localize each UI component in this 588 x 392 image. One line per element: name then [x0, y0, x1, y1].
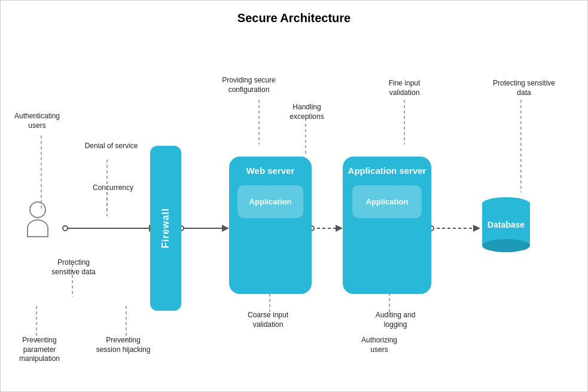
firewall-label: Firewall — [160, 208, 171, 249]
label-preventing-parameter-manipulation: Preventing parameter manipulation — [7, 336, 72, 364]
svg-marker-7 — [336, 225, 343, 232]
diagram-container: Secure Architecture — [0, 0, 588, 392]
label-handling-exceptions: Handling exceptions — [277, 103, 337, 121]
person-icon — [27, 201, 48, 237]
web-server-application-box: Application — [237, 185, 303, 218]
app-server-label: Application server — [348, 165, 426, 177]
page-title: Secure Architecture — [1, 1, 587, 31]
database-icon: Database — [482, 197, 530, 252]
svg-point-2 — [63, 226, 68, 231]
app-server-application-label: Application — [366, 197, 409, 206]
svg-marker-4 — [222, 225, 229, 232]
label-authorizing-users: Authorizing users — [352, 336, 406, 354]
db-bottom — [482, 239, 530, 252]
label-auditing-and-logging: Auditing and logging — [368, 311, 422, 329]
svg-marker-10 — [473, 225, 480, 232]
label-protecting-sensitive-data-left: Protecting sensitive data — [44, 258, 103, 277]
diagram-area: Firewall Web server Application Applicat… — [1, 31, 587, 387]
app-server-box: Application server Application — [343, 157, 431, 294]
label-preventing-session-hijacking: Preventing session hijacking — [93, 336, 153, 354]
person-head — [29, 201, 46, 218]
database-label: Database — [488, 220, 525, 229]
web-server-application-label: Application — [249, 197, 292, 206]
label-fine-input-validation: Fine input validation — [374, 79, 434, 97]
label-coarse-input-validation: Coarse input validation — [235, 311, 301, 329]
label-protecting-sensitive-data-right: Protecting sensitive data — [491, 79, 557, 97]
db-top — [482, 197, 530, 210]
label-providing-secure-configuration: Providing secure configuration — [216, 76, 282, 94]
label-authenticating-users: Authenticating users — [10, 112, 64, 130]
web-server-box: Web server Application — [229, 157, 312, 294]
person-body — [27, 219, 48, 237]
app-server-application-box: Application — [352, 185, 422, 218]
label-concurrency: Concurrency — [89, 183, 137, 193]
label-denial-of-service: Denial of service — [84, 142, 138, 151]
firewall-box: Firewall — [150, 146, 181, 311]
web-server-label: Web server — [246, 165, 295, 177]
